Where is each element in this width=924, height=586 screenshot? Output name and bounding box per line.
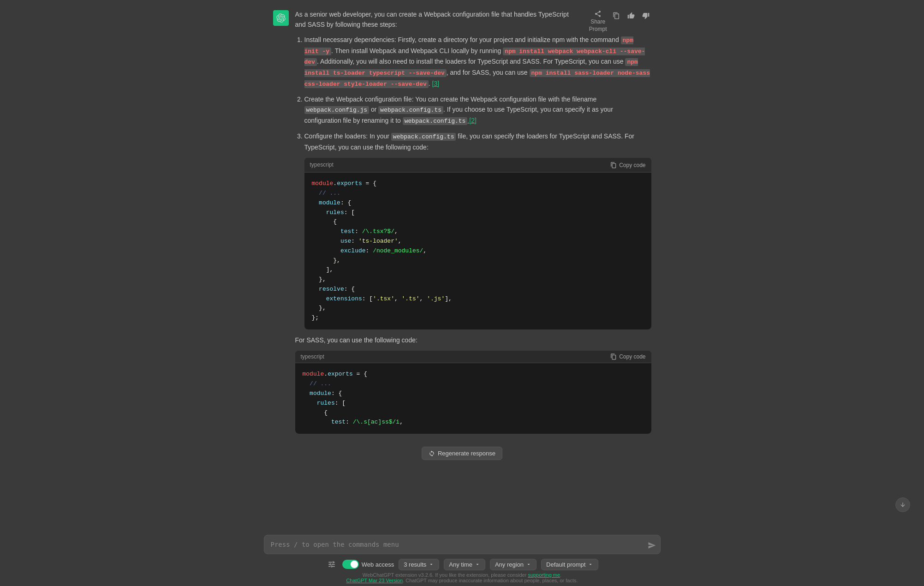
share-label: Share bbox=[590, 18, 605, 25]
extension-text: WebChatGPT extension v3.2.6. If you like… bbox=[363, 572, 528, 578]
toggle-switch[interactable] bbox=[342, 560, 359, 569]
prompt-dropdown[interactable]: Default prompt bbox=[541, 559, 598, 570]
copy-message-button[interactable] bbox=[611, 10, 622, 21]
step2-code1: webpack.config.js bbox=[304, 106, 370, 114]
step3-code1: webpack.config.ts bbox=[391, 133, 456, 141]
assistant-message-body: Share Prompt As a senior web developer, … bbox=[295, 9, 651, 439]
region-label: Any region bbox=[495, 561, 524, 568]
copy-label-1: Copy code bbox=[619, 162, 645, 168]
results-label: 3 results bbox=[404, 561, 426, 568]
disclaimer-text: . ChatGPT may produce inaccurate informa… bbox=[403, 578, 578, 583]
scroll-to-bottom-button[interactable] bbox=[895, 497, 910, 512]
assistant-avatar bbox=[273, 10, 289, 26]
code-block-2-header: typescript Copy code bbox=[295, 351, 651, 363]
regenerate-button[interactable]: Regenerate response bbox=[422, 447, 502, 460]
code-lang-1: typescript bbox=[310, 161, 334, 169]
code-lang-2: typescript bbox=[301, 353, 324, 360]
input-row bbox=[264, 535, 661, 556]
web-access-toggle[interactable]: Web access bbox=[342, 560, 394, 569]
bottom-bar: Web access 3 results Any time Any region… bbox=[0, 530, 924, 586]
region-dropdown[interactable]: Any region bbox=[490, 559, 537, 570]
thumbs-down-button[interactable] bbox=[640, 10, 651, 21]
web-access-label: Web access bbox=[362, 561, 394, 568]
steps-list: Install necessary dependencies: Firstly,… bbox=[295, 35, 651, 329]
code-block-2: typescript Copy code module.exports = { … bbox=[295, 351, 651, 434]
step2-mid1: or bbox=[369, 106, 378, 113]
step3-prefix: Configure the loaders: In your bbox=[304, 132, 391, 140]
copy-code-1-button[interactable]: Copy code bbox=[610, 162, 645, 168]
regen-label: Regenerate response bbox=[438, 450, 495, 457]
time-dropdown[interactable]: Any time bbox=[444, 559, 485, 570]
step1-mid2: . Additionally, you will also need to in… bbox=[317, 58, 625, 65]
step2-ref[interactable]: .[2] bbox=[467, 117, 476, 124]
chat-input[interactable] bbox=[264, 535, 661, 554]
copy-code-2-button[interactable]: Copy code bbox=[610, 353, 645, 360]
step2-code2: webpack.config.ts bbox=[378, 106, 443, 114]
results-dropdown[interactable]: 3 results bbox=[399, 559, 439, 570]
code-pre-1: module.exports = { // ... module: { rule… bbox=[304, 173, 651, 329]
footer-note: WebChatGPT extension v3.2.6. If you like… bbox=[9, 572, 915, 583]
code-pre-2: module.exports = { // ... module: { rule… bbox=[295, 363, 651, 434]
step1-ref[interactable]: [3] bbox=[432, 80, 440, 87]
step2-prefix: Create the Webpack configuration file: Y… bbox=[304, 96, 597, 103]
prompt-label: Default prompt bbox=[546, 561, 585, 568]
step-1: Install necessary dependencies: Firstly,… bbox=[304, 35, 651, 90]
send-button[interactable] bbox=[648, 541, 656, 550]
toggle-knob bbox=[351, 561, 358, 568]
step1-suffix: . bbox=[429, 80, 432, 87]
step-3: Configure the loaders: In your webpack.c… bbox=[304, 131, 651, 329]
prompt-label: Prompt bbox=[589, 26, 607, 32]
sass-prefix: For SASS, you can use the following code… bbox=[295, 335, 651, 345]
version-link[interactable]: ChatGPT Mar 23 Version bbox=[346, 578, 403, 583]
time-label: Any time bbox=[449, 561, 472, 568]
code-block-1: typescript Copy code module.exports = { … bbox=[304, 158, 651, 329]
share-prompt-button[interactable]: Share Prompt bbox=[589, 10, 607, 32]
toolbar-row: Web access 3 results Any time Any region… bbox=[264, 558, 661, 570]
step1-mid3: , and for SASS, you can use bbox=[447, 69, 530, 76]
step1-prefix: Install necessary dependencies: Firstly,… bbox=[304, 36, 621, 43]
step-2: Create the Webpack configuration file: Y… bbox=[304, 94, 651, 126]
supporting-link[interactable]: supporting me bbox=[528, 572, 560, 578]
step1-mid1: . Then install Webpack and Webpack CLI l… bbox=[331, 47, 503, 54]
copy-label-2: Copy code bbox=[619, 353, 645, 360]
thumbs-up-button[interactable] bbox=[626, 10, 637, 21]
step2-code3: webpack.config.ts bbox=[403, 117, 468, 125]
settings-icon-button[interactable] bbox=[326, 558, 338, 570]
code-block-1-header: typescript Copy code bbox=[304, 158, 651, 173]
